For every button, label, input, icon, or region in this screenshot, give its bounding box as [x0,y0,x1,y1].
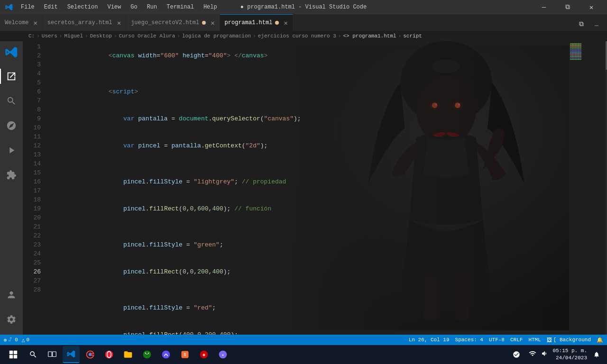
tab-secretos-label: secretos_array.html [47,19,112,26]
breadcrumb-c[interactable]: C: [28,33,35,39]
taskbar-app3[interactable]: ◈ [214,346,231,363]
background-status[interactable]: 🖼 [ Background [547,337,591,343]
menu-terminal[interactable]: Terminal [163,3,198,11]
breadcrumb-desktop[interactable]: Desktop [90,33,112,39]
indentation-label: Spaces: 4 [455,337,483,343]
breadcrumb-ejercicios[interactable]: ejercicios curso numero 3 [258,33,336,39]
language-mode-status[interactable]: HTML [528,337,541,343]
tab-secretos-close[interactable]: ✕ [117,19,121,27]
tab-programa1-close[interactable]: ✕ [284,19,287,27]
tab-welcome[interactable]: Welcome ✕ [0,14,43,31]
breadcrumb-miguel[interactable]: Miguel [64,33,83,39]
line-ending-status[interactable]: CRLF [510,337,523,343]
menu-view[interactable]: View [103,3,125,11]
menu-help[interactable]: Help [200,3,221,11]
tab-secretos[interactable]: secretos_array.html ✕ [43,14,126,31]
taskbar-app1[interactable]: S [176,346,193,363]
start-button[interactable] [4,345,23,364]
breadcrumb-users[interactable]: Users [42,33,57,39]
notifications-status[interactable]: 🔔 [597,337,603,343]
taskbar: S ◉ ◈ 05:15 p. m. [0,345,607,364]
taskbar-taskview[interactable] [44,346,61,363]
breadcrumb-file[interactable]: <> programa1.html [343,33,396,39]
code-line-12 [49,285,301,294]
close-button[interactable]: ✕ [580,0,602,14]
tab-programa1[interactable]: programa1.html ✕ [220,14,293,31]
tab-juego[interactable]: juego_secretoV2.html ✕ [126,14,220,31]
more-actions-button[interactable]: … [590,18,603,31]
cursor-position-label: Ln 26, Col 19 [409,337,450,343]
taskbar-arc[interactable] [157,346,175,363]
svg-point-23 [146,354,148,356]
svg-point-20 [105,351,113,359]
split-editor-button[interactable]: ⧉ [575,18,588,31]
svg-text:◉: ◉ [202,353,205,357]
code-line-4: var pantalla = document.querySelector("c… [49,105,301,132]
minimize-button[interactable]: — [533,0,555,14]
taskbar-notifications[interactable] [590,346,603,363]
search-icon[interactable] [0,90,23,112]
status-bar-right: Ln 26, Col 19 Spaces: 4 UTF-8 CRLF HTML … [409,337,603,343]
code-line-14: pincel.fillRect(400,0,200,400); [49,321,301,335]
taskbar-search[interactable] [25,346,42,363]
cursor-position-status[interactable]: Ln 26, Col 19 [409,337,450,343]
taskbar-time[interactable]: 05:15 p. m. 24/04/2023 [552,347,587,362]
picture-icon: 🖼 [547,337,552,343]
taskbar-opera[interactable] [101,346,118,363]
vscode-activity-logo [4,45,18,59]
tab-welcome-close[interactable]: ✕ [33,19,37,27]
breadcrumb-symbol[interactable]: script [403,33,422,39]
breadcrumb-curso[interactable]: Curso Oracle Alura [119,33,175,39]
code-line-1: <canvas width="600" height="400"> </canv… [49,42,301,69]
taskbar-xbox[interactable] [138,346,156,363]
tabs-right-actions: ⧉ … [575,18,607,31]
vscode-logo [5,3,13,11]
taskbar-chrome[interactable] [82,346,99,363]
warning-icon: △ [22,337,25,343]
settings-icon[interactable] [0,308,23,331]
taskbar-files[interactable] [120,346,137,363]
code-line-2 [49,69,301,78]
taskbar-tray-icons[interactable] [508,346,525,363]
code-line-13: pincel.fillStyle = "red"; [49,294,301,321]
status-bar: ⊗ ⑀ 0 △ 0 Ln 26, Col 19 Spaces: 4 UTF-8 … [0,335,607,345]
code-line-5: var pincel = pantalla.getContext("2d"); [49,132,301,159]
taskbar-vscode[interactable] [63,346,80,363]
accounts-icon[interactable] [0,283,23,306]
taskbar-network-icon[interactable] [529,350,536,359]
indentation-status[interactable]: Spaces: 4 [455,337,483,343]
explorer-icon[interactable] [0,65,23,88]
code-line-7: pincel.fillStyle = "lightgrey"; // propi… [49,168,301,195]
taskbar-volume-icon[interactable] [541,350,549,359]
title-bar-menu: File Edit Selection View Go Run Terminal… [17,3,221,11]
taskbar-app2[interactable]: ◉ [195,346,212,363]
warnings-count: 0 [26,337,29,343]
menu-edit[interactable]: Edit [40,3,62,11]
language-mode-label: HTML [528,337,541,343]
tab-juego-close[interactable]: ✕ [211,19,214,27]
maximize-button[interactable]: ⧉ [557,0,579,14]
encoding-status[interactable]: UTF-8 [489,337,505,343]
menu-selection[interactable]: Selection [64,3,102,11]
tab-welcome-label: Welcome [5,19,28,26]
code-line-11: pincel.fillRect(0,0,200,400); [49,258,301,285]
editor-area: 1 2 3 4 5 6 7 8 9 10 11 12 13 14 15 16 1 [23,41,607,335]
warnings-status[interactable]: △ 0 [22,337,29,343]
line-numbers: 1 2 3 4 5 6 7 8 9 10 11 12 13 14 15 16 1 [23,41,46,294]
menu-go[interactable]: Go [127,3,141,11]
activity-bar [0,41,23,335]
errors-status[interactable]: ⊗ ⑀ 0 [4,337,18,343]
source-control-icon[interactable] [0,114,23,137]
breadcrumb-logica[interactable]: logica de programacion [182,33,251,39]
code-line-9 [49,222,301,231]
menu-file[interactable]: File [17,3,38,11]
debug-icon[interactable] [0,139,23,162]
background-label: [ Background [553,337,591,343]
main-layout: 1 2 3 4 5 6 7 8 9 10 11 12 13 14 15 16 1 [0,41,607,335]
title-bar: File Edit Selection View Go Run Terminal… [0,0,607,14]
extensions-icon[interactable] [0,164,23,186]
menu-run[interactable]: Run [143,3,161,11]
activity-bottom [0,283,23,335]
tab-juego-label: juego_secretoV2.html [131,19,199,26]
code-container[interactable]: 1 2 3 4 5 6 7 8 9 10 11 12 13 14 15 16 1 [23,41,607,335]
